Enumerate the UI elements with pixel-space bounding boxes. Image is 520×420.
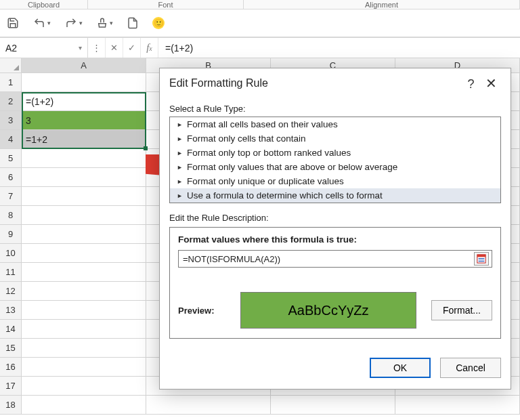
row-header[interactable]: 2: [0, 92, 22, 111]
row-header[interactable]: 4: [0, 130, 22, 149]
format-button[interactable]: Format...: [431, 300, 492, 320]
svg-rect-5: [479, 261, 485, 262]
preview-swatch: AaBbCcYyZz: [240, 292, 416, 329]
smiley-icon[interactable]: 🙂: [152, 17, 165, 29]
row-header[interactable]: 12: [0, 282, 22, 301]
row-header[interactable]: 18: [0, 396, 22, 415]
row-header[interactable]: 15: [0, 339, 22, 358]
help-icon[interactable]: ?: [464, 77, 479, 91]
rule-type-option[interactable]: Format only top or bottom ranked values: [170, 146, 500, 160]
row-header[interactable]: 16: [0, 358, 22, 377]
cancel-edit-icon[interactable]: ✕: [106, 38, 123, 58]
cell[interactable]: [22, 339, 146, 358]
rule-type-option[interactable]: Format only values that are above or bel…: [170, 160, 500, 174]
row-header[interactable]: 6: [0, 168, 22, 187]
formula-input-value: =NOT(ISFORMULA(A2)): [183, 254, 280, 264]
cell[interactable]: [395, 396, 520, 415]
column-header-A[interactable]: A: [22, 58, 146, 73]
cell[interactable]: [271, 396, 395, 415]
rule-type-option[interactable]: Format all cells based on their values: [170, 117, 500, 131]
row-header[interactable]: 14: [0, 320, 22, 339]
rule-type-option[interactable]: Use a formula to determine which cells t…: [170, 188, 500, 203]
row-header[interactable]: 5: [0, 149, 22, 168]
row-header[interactable]: 13: [0, 301, 22, 320]
edit-formatting-rule-dialog: Edit Formatting Rule ? ✕ Select a Rule T…: [159, 68, 511, 390]
row-header[interactable]: 9: [0, 225, 22, 244]
row-header[interactable]: 11: [0, 263, 22, 282]
redo-icon[interactable]: ▾: [64, 17, 83, 29]
svg-rect-3: [477, 255, 485, 257]
ribbon-group-font: Font: [88, 0, 244, 9]
ribbon-group-clipboard: Clipboard: [0, 0, 88, 9]
dialog-title: Edit Formatting Rule: [169, 77, 268, 89]
save-icon[interactable]: [7, 17, 19, 29]
cell[interactable]: [22, 225, 146, 244]
cell[interactable]: [22, 358, 146, 377]
rule-type-list[interactable]: Format all cells based on their valuesFo…: [169, 117, 501, 203]
touch-mode-icon[interactable]: ▾: [96, 17, 113, 29]
cell[interactable]: [22, 377, 146, 396]
row-header[interactable]: 10: [0, 244, 22, 263]
range-picker-icon[interactable]: [474, 252, 489, 266]
new-file-icon[interactable]: [127, 17, 139, 29]
formula-bar-input[interactable]: =(1+2): [158, 38, 520, 58]
formula-input[interactable]: =NOT(ISFORMULA(A2)): [178, 250, 492, 268]
preview-sample-text: AaBbCcYyZz: [288, 303, 369, 318]
rule-type-option[interactable]: Format only cells that contain: [170, 131, 500, 146]
quick-access-toolbar: ▾ ▾ ▾ 🙂: [0, 9, 520, 38]
cell[interactable]: [146, 396, 271, 415]
cell[interactable]: [22, 149, 146, 168]
rule-description-label: Edit the Rule Description:: [169, 213, 501, 223]
close-icon[interactable]: ✕: [481, 76, 501, 91]
rule-description-box: Format values where this formula is true…: [169, 227, 501, 339]
formula-bar-value: =(1+2): [165, 43, 193, 54]
ok-button[interactable]: OK: [370, 358, 431, 378]
undo-icon[interactable]: ▾: [32, 17, 51, 29]
row-header[interactable]: 17: [0, 377, 22, 396]
row-header[interactable]: 7: [0, 187, 22, 206]
ribbon-group-alignment: Alignment: [244, 0, 520, 9]
row-header[interactable]: 1: [0, 73, 22, 92]
cell[interactable]: [22, 168, 146, 187]
name-box[interactable]: A2 ▾: [0, 38, 88, 58]
row-header[interactable]: 8: [0, 206, 22, 225]
cell[interactable]: [22, 301, 146, 320]
cell[interactable]: [22, 282, 146, 301]
svg-rect-4: [479, 258, 485, 259]
cell[interactable]: [22, 320, 146, 339]
formula-bar-row: A2 ▾ ⋮ ✕ ✓ fx =(1+2): [0, 38, 520, 58]
fx-icon[interactable]: fx: [141, 38, 158, 58]
row-header[interactable]: 3: [0, 111, 22, 130]
select-all-triangle[interactable]: [0, 58, 22, 73]
chevron-down-icon[interactable]: ▾: [79, 44, 82, 51]
ribbon-group-hints: Clipboard Font Alignment: [0, 0, 520, 9]
formula-true-label: Format values where this formula is true…: [178, 234, 492, 245]
rule-type-label: Select a Rule Type:: [169, 104, 501, 114]
cell[interactable]: [22, 244, 146, 263]
cell[interactable]: =(1+2): [22, 92, 146, 111]
cell[interactable]: [22, 187, 146, 206]
cell[interactable]: [22, 263, 146, 282]
cell[interactable]: =1+2: [22, 130, 146, 149]
confirm-edit-icon[interactable]: ✓: [123, 38, 141, 58]
rule-type-option[interactable]: Format only unique or duplicate values: [170, 174, 500, 188]
cell[interactable]: [22, 206, 146, 225]
name-box-value: A2: [5, 43, 17, 54]
cell[interactable]: [22, 396, 146, 415]
cell[interactable]: [22, 73, 146, 92]
cell[interactable]: 3: [22, 111, 146, 130]
function-menu-icon[interactable]: ⋮: [88, 38, 106, 58]
preview-label: Preview:: [178, 306, 225, 316]
cancel-button[interactable]: Cancel: [440, 358, 501, 378]
